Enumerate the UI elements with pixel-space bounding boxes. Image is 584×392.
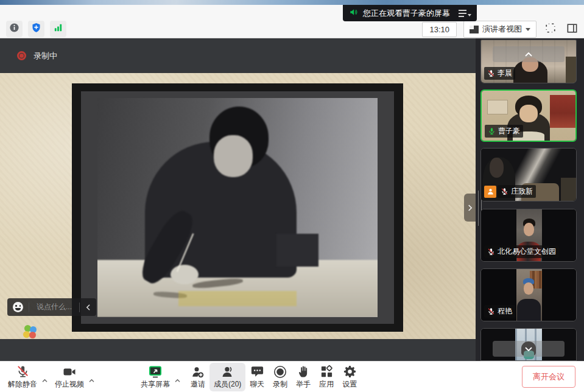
camera-icon [62,364,77,379]
app-pinwheel-logo [23,325,37,339]
invite-button[interactable]: 邀请 [186,363,209,391]
button-label: 举手 [296,379,311,390]
button-label: 共享屏幕 [141,379,170,390]
control-bar: 解除静音 停止视频 共享屏幕 邀请 [0,361,584,392]
participants-sidebar: 李晨 曹子豪 [476,38,584,361]
invite-icon [191,364,205,379]
members-button[interactable]: 成员(20) [209,363,245,391]
members-icon [220,364,235,379]
participant-tile[interactable]: 程艳 [480,268,577,321]
shield-plus-icon [31,23,41,35]
participant-tile[interactable] [480,328,577,361]
meeting-window: 13:10 演讲者视图 您正在观看曹子豪的屏幕 [0,0,584,392]
network-quality-button[interactable] [50,21,66,37]
sidebar-collapse-handle[interactable] [464,194,476,222]
side-panel-toggle-button[interactable] [565,22,579,37]
share-options-chevron[interactable] [174,363,183,391]
banner-menu-button[interactable] [455,10,471,17]
toolbar-left-group [6,21,66,37]
apps-icon [320,364,334,379]
settings-button[interactable]: 设置 [338,363,361,391]
network-signal-icon [53,23,63,35]
chat-button[interactable]: 聊天 [245,363,269,391]
mic-muted-icon [487,248,495,256]
leave-meeting-button[interactable]: 离开会议 [522,366,575,388]
button-label: 停止视频 [55,379,84,390]
participant-name: 李晨 [498,68,512,79]
participant-tile[interactable]: 庄致新 [480,148,577,201]
menu-list-icon [459,10,466,17]
scroll-up-button[interactable] [493,46,565,62]
quick-chat-bar: 说点什么... [7,298,96,316]
settings-icon [343,364,357,379]
share-screen-button[interactable]: 共享屏幕 [136,363,174,391]
button-label: 聊天 [250,379,264,390]
chevron-down-icon [468,14,471,16]
button-label: 应用 [319,379,334,390]
main-area: 录制中 [0,38,584,361]
emoji-icon [13,302,23,312]
top-toolbar: 13:10 演讲者视图 [0,5,584,38]
profile-badge-icon [484,186,496,198]
mic-muted-icon [487,69,495,77]
participant-tile[interactable]: 北化易心堂文创园 [480,209,577,262]
info-icon [9,23,19,35]
raise-hand-button[interactable]: 举手 [292,363,315,391]
shared-video-mat [81,91,394,324]
shared-video-frame [72,83,403,332]
shared-screen-content: 说点什么... [0,73,476,339]
chat-bar-collapse-button[interactable] [80,298,96,316]
unmute-button[interactable]: 解除静音 [4,363,41,391]
share-screen-icon [148,364,163,379]
scroll-down-button[interactable] [493,341,565,357]
screen-watching-banner: 您正在观看曹子豪的屏幕 [343,5,477,21]
speaker-icon [348,8,358,19]
collapse-left-icon [85,304,91,311]
audio-options-chevron[interactable] [41,363,51,391]
raise-hand-icon [297,364,311,379]
shared-historical-photo [97,98,378,317]
participant-tile[interactable]: 李晨 [480,40,577,83]
button-label: 成员(20) [214,379,241,390]
chevron-up-icon [174,379,181,383]
mic-muted-icon [501,187,508,195]
scroll-up-icon [524,52,533,57]
mic-muted-icon [487,307,495,315]
chevron-up-icon [88,379,95,383]
button-label: 设置 [342,379,357,390]
collapse-right-icon [467,204,473,212]
meeting-timer: 13:10 [422,22,457,37]
shared-screen-stage: 录制中 [0,38,476,361]
meeting-info-button[interactable] [6,21,23,37]
participant-name: 庄致新 [511,186,533,197]
chevron-down-icon [526,28,530,31]
chat-input[interactable]: 说点什么... [29,302,79,312]
view-mode-button[interactable]: 演讲者视图 [463,21,537,38]
participant-name: 曹子豪 [498,126,520,136]
view-mode-label: 演讲者视图 [482,24,522,35]
chevron-up-icon [41,379,48,383]
video-options-chevron[interactable] [88,363,97,391]
participant-tile-active-speaker[interactable]: 曹子豪 [480,89,577,142]
panel-toggle-icon [566,23,578,37]
record-dot [17,51,26,60]
security-shield-button[interactable] [28,21,44,37]
mic-on-icon [488,127,496,135]
record-icon [273,364,287,379]
recording-label: 录制中 [33,51,57,61]
layout-icon [470,26,479,33]
chat-icon [250,364,264,379]
button-label: 解除静音 [8,379,37,390]
desktop-background-strip [0,0,584,5]
record-button[interactable]: 录制 [269,363,292,391]
fullscreen-icon [545,23,556,36]
recording-status-bar: 录制中 [0,38,476,73]
banner-text: 您正在观看曹子豪的屏幕 [363,8,450,19]
apps-button[interactable]: 应用 [315,363,338,391]
fullscreen-button[interactable] [543,22,558,37]
emoji-button[interactable] [7,302,29,312]
stop-video-button[interactable]: 停止视频 [51,363,88,391]
mic-muted-icon [16,364,30,379]
button-label: 录制 [273,379,287,390]
participant-name: 程艳 [498,306,512,317]
